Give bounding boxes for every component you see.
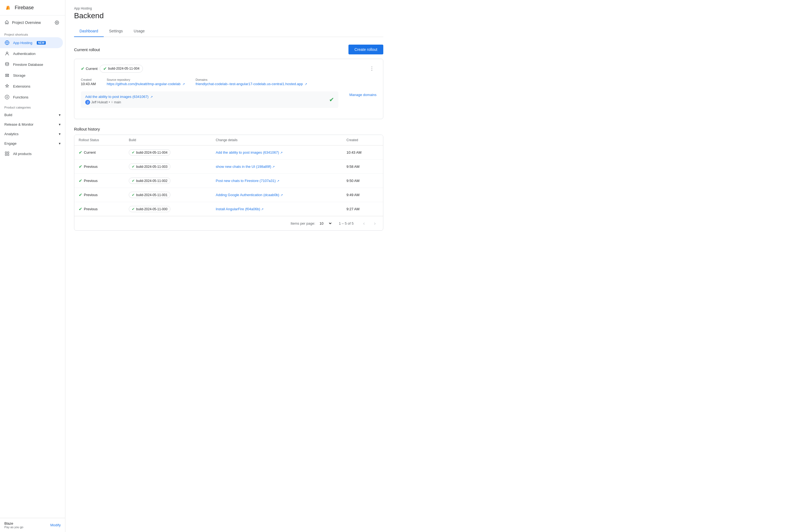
table-row: ✔Previous✔build-2024-05-11-001Adding Goo… bbox=[74, 188, 383, 202]
page-title: Backend bbox=[74, 12, 383, 20]
grid-icon bbox=[4, 151, 10, 156]
status-check-icon: ✔ bbox=[79, 164, 82, 169]
status-check-icon: ✔ bbox=[79, 178, 82, 183]
row-status: ✔Previous bbox=[74, 160, 124, 174]
tab-settings[interactable]: Settings bbox=[104, 25, 128, 37]
row-build: ✔build-2024-05-11-004 bbox=[124, 146, 211, 160]
authentication-label: Authentication bbox=[13, 52, 35, 56]
change-link[interactable]: Post new chats to Firestore (7107a31) ↗ bbox=[216, 179, 279, 183]
create-rollout-button[interactable]: Create rollout bbox=[348, 44, 383, 54]
status-text: Previous bbox=[84, 193, 98, 197]
svg-point-7 bbox=[8, 76, 9, 76]
next-page-button[interactable]: › bbox=[371, 220, 379, 227]
change-link[interactable]: Install AngularFire (f04a06b) ↗ bbox=[216, 207, 263, 211]
col-created: Created bbox=[342, 135, 383, 146]
app-hosting-label: App Hosting bbox=[13, 41, 32, 45]
row-change: show new chats in the UI (198a89f) ↗ bbox=[211, 160, 342, 174]
pagination-nav: ‹ › bbox=[360, 220, 379, 227]
sidebar-item-firestore[interactable]: Firestore Database bbox=[0, 59, 63, 70]
rollout-card-header: ✔ Current ✔ build-2024-05-11-004 ⋮ bbox=[81, 64, 376, 73]
svg-point-3 bbox=[5, 62, 9, 64]
table-header: Rollout Status Build Change details Crea… bbox=[74, 135, 383, 146]
app-name: Firebase bbox=[15, 5, 34, 11]
sidebar-category-engage[interactable]: Engage ▾ bbox=[0, 139, 65, 148]
rollout-meta: Created 10:43 AM Source repository https… bbox=[81, 78, 376, 86]
check-icon: ✔ bbox=[81, 66, 85, 71]
per-page-select[interactable]: 10 25 50 bbox=[317, 221, 332, 226]
change-external-icon: ↗ bbox=[277, 179, 279, 183]
sidebar-item-all-products[interactable]: All products bbox=[0, 148, 63, 159]
build-check-icon: ✔ bbox=[132, 207, 135, 211]
source-repo-link[interactable]: https://github.com/jhuleatt/tmp-angular-… bbox=[107, 82, 185, 86]
tab-usage[interactable]: Usage bbox=[128, 25, 150, 37]
row-change: Adding Google Authentication (dcaab0b) ↗ bbox=[211, 188, 342, 202]
current-rollout-title: Current rollout bbox=[74, 47, 100, 52]
sidebar-header: Firebase bbox=[0, 0, 65, 16]
status-check-icon: ✔ bbox=[79, 150, 82, 155]
row-created: 9:49 AM bbox=[342, 188, 383, 202]
engage-label: Engage bbox=[4, 141, 17, 146]
table-body: ✔Current✔build-2024-05-11-004Add the abi… bbox=[74, 146, 383, 216]
sidebar-category-release[interactable]: Release & Monitor ▾ bbox=[0, 120, 65, 129]
firestore-icon bbox=[4, 62, 10, 67]
domain-link[interactable]: friendlychat-codelab--test-angular17-cod… bbox=[196, 82, 376, 86]
row-status: ✔Previous bbox=[74, 188, 124, 202]
status-check-icon: ✔ bbox=[79, 192, 82, 197]
extensions-label: Extensions bbox=[13, 84, 31, 89]
build-check-icon: ✔ bbox=[103, 66, 107, 71]
table-footer: Items per page: 10 25 50 1 – 5 of 5 ‹ › bbox=[74, 216, 383, 230]
commit-check-icon: ✔ bbox=[329, 96, 334, 103]
change-external-icon: ↗ bbox=[280, 193, 283, 197]
build-check-icon: ✔ bbox=[132, 165, 135, 169]
row-build: ✔build-2024-05-11-002 bbox=[124, 174, 211, 188]
history-table-wrapper: Rollout Status Build Change details Crea… bbox=[74, 135, 383, 231]
row-change: Install AngularFire (f04a06b) ↗ bbox=[211, 202, 342, 216]
current-label: Current bbox=[86, 66, 97, 71]
sidebar-item-functions[interactable]: Functions bbox=[0, 92, 63, 102]
svg-rect-12 bbox=[7, 154, 9, 156]
project-overview-label: Project Overview bbox=[12, 20, 41, 25]
new-badge: NEW bbox=[37, 41, 46, 44]
svg-rect-9 bbox=[5, 152, 6, 153]
all-products-label: All products bbox=[13, 152, 32, 156]
change-link[interactable]: Add the ability to post images (6341067)… bbox=[216, 150, 282, 154]
history-table: Rollout Status Build Change details Crea… bbox=[74, 135, 383, 216]
sidebar-item-app-hosting[interactable]: App Hosting NEW bbox=[0, 37, 63, 48]
sidebar-item-storage[interactable]: Storage bbox=[0, 70, 63, 81]
change-link[interactable]: show new chats in the UI (198a89f) ↗ bbox=[216, 165, 274, 169]
build-label: Build bbox=[4, 113, 12, 117]
shortcuts-section-label: Project shortcuts bbox=[0, 30, 65, 37]
row-build-badge: ✔build-2024-05-11-000 bbox=[129, 206, 170, 212]
items-per-page-label: Items per page: bbox=[291, 222, 315, 226]
commit-link[interactable]: Add the ability to post images (6341067)… bbox=[85, 95, 153, 99]
created-label: Created bbox=[81, 78, 96, 81]
current-rollout-section-header: Current rollout Create rollout bbox=[74, 44, 383, 54]
sidebar-item-authentication[interactable]: Authentication bbox=[0, 48, 63, 59]
table-row: ✔Previous✔build-2024-05-11-002Post new c… bbox=[74, 174, 383, 188]
manage-domains-link[interactable]: Manage domains bbox=[349, 93, 376, 97]
functions-label: Functions bbox=[13, 95, 28, 99]
current-status-badge: ✔ Current bbox=[81, 66, 97, 71]
external-link-icon: ↗ bbox=[182, 82, 185, 86]
engage-chevron-icon: ▾ bbox=[59, 141, 61, 146]
svg-point-0 bbox=[56, 22, 57, 23]
change-link[interactable]: Adding Google Authentication (dcaab0b) ↗ bbox=[216, 193, 282, 197]
table-row: ✔Previous✔build-2024-05-11-003show new c… bbox=[74, 160, 383, 174]
build-check-icon: ✔ bbox=[132, 193, 135, 197]
modify-button[interactable]: Modify bbox=[50, 523, 61, 527]
row-change: Post new chats to Firestore (7107a31) ↗ bbox=[211, 174, 342, 188]
commit-sub: J Jeff Huleatt • ⑂ main bbox=[85, 100, 153, 105]
three-dot-menu-button[interactable]: ⋮ bbox=[367, 64, 376, 73]
sidebar-category-build[interactable]: Build ▾ bbox=[0, 110, 65, 120]
row-build: ✔build-2024-05-11-000 bbox=[124, 202, 211, 216]
tab-dashboard[interactable]: Dashboard bbox=[74, 25, 104, 37]
settings-gear-button[interactable] bbox=[53, 19, 61, 26]
sidebar-item-extensions[interactable]: Extensions bbox=[0, 81, 63, 92]
sidebar: Firebase Project Overview Project shortc… bbox=[0, 0, 65, 532]
project-overview-item[interactable]: Project Overview bbox=[0, 16, 65, 30]
prev-page-button[interactable]: ‹ bbox=[360, 220, 368, 227]
build-chevron-icon: ▾ bbox=[59, 113, 61, 117]
sidebar-category-analytics[interactable]: Analytics ▾ bbox=[0, 129, 65, 139]
firebase-logo-icon bbox=[4, 4, 12, 12]
tab-bar: Dashboard Settings Usage bbox=[74, 25, 383, 37]
